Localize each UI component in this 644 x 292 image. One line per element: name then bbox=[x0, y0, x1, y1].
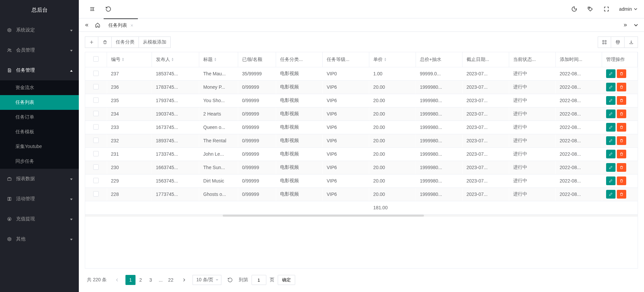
row-checkbox[interactable] bbox=[93, 111, 99, 116]
row-checkbox[interactable] bbox=[93, 71, 99, 76]
pager-next[interactable] bbox=[179, 275, 189, 285]
task-category-button[interactable]: 任务分类 bbox=[112, 36, 139, 48]
delete-row-button[interactable] bbox=[617, 83, 626, 91]
edit-button[interactable] bbox=[606, 83, 615, 91]
cell: 233 bbox=[107, 121, 152, 134]
row-checkbox[interactable] bbox=[93, 124, 99, 130]
pager-page[interactable]: 1 bbox=[125, 275, 136, 285]
sidebar-item[interactable]: 活动管理▾ bbox=[0, 189, 79, 209]
delete-button[interactable] bbox=[98, 36, 112, 48]
add-from-template-button[interactable]: 从模板添加 bbox=[139, 36, 171, 48]
refresh-icon[interactable] bbox=[105, 6, 112, 12]
sidebar-item[interactable]: 任务管理▴ bbox=[0, 60, 79, 80]
user-menu[interactable]: admin bbox=[619, 6, 637, 12]
delete-row-button[interactable] bbox=[617, 96, 626, 105]
chevron-down-icon: ▾ bbox=[70, 49, 73, 52]
delete-row-button[interactable] bbox=[617, 150, 626, 158]
row-checkbox[interactable] bbox=[93, 151, 99, 156]
collapse-sidebar-icon[interactable] bbox=[89, 6, 96, 12]
columns-button[interactable] bbox=[598, 36, 611, 48]
delete-row-button[interactable] bbox=[617, 69, 626, 78]
pager-prev[interactable] bbox=[112, 275, 122, 285]
row-checkbox[interactable] bbox=[93, 84, 99, 89]
goto-confirm-button[interactable]: 确定 bbox=[278, 275, 295, 285]
pager-page[interactable]: 2 bbox=[136, 275, 146, 285]
pagination: 共 220 条 123...22 10 条/页 到第 页 确定 bbox=[85, 271, 638, 289]
add-button[interactable] bbox=[85, 36, 98, 48]
row-checkbox[interactable] bbox=[93, 191, 99, 197]
cell: 2022-08... bbox=[555, 161, 602, 174]
fullscreen-icon[interactable] bbox=[603, 6, 610, 12]
pager-page[interactable]: 3 bbox=[146, 275, 156, 285]
edit-button[interactable] bbox=[606, 96, 615, 105]
column-header[interactable] bbox=[85, 52, 107, 67]
column-header: 当前状态... bbox=[509, 52, 555, 67]
pager-page[interactable]: 22 bbox=[166, 275, 176, 285]
cell: 1999980... bbox=[416, 107, 462, 121]
sort-icon[interactable]: ▲▼ bbox=[214, 58, 217, 62]
table-row: 2351793745...You Sho...0/99999电影视频VIP620… bbox=[85, 94, 638, 107]
edit-button[interactable] bbox=[606, 176, 615, 185]
tabs-right-icon[interactable] bbox=[621, 20, 630, 30]
cell: 电影视频 bbox=[276, 134, 323, 147]
goto-input[interactable] bbox=[252, 275, 266, 285]
sidebar-subitem[interactable]: 任务模板 bbox=[0, 125, 79, 139]
tab-task-list[interactable]: 任务列表 × bbox=[104, 18, 138, 32]
cell: 1663745... bbox=[152, 161, 199, 174]
delete-row-button[interactable] bbox=[617, 110, 626, 118]
edit-button[interactable] bbox=[606, 190, 615, 199]
tabs-left-icon[interactable] bbox=[82, 20, 92, 30]
pager-refresh-icon[interactable] bbox=[227, 277, 233, 283]
edit-button[interactable] bbox=[606, 163, 615, 172]
delete-row-button[interactable] bbox=[617, 190, 626, 199]
sidebar-subitem[interactable]: 资金流水 bbox=[0, 80, 79, 95]
close-icon[interactable]: × bbox=[130, 23, 133, 28]
home-tab-icon[interactable] bbox=[93, 20, 102, 30]
tab-label: 任务列表 bbox=[108, 22, 127, 28]
row-checkbox[interactable] bbox=[93, 178, 99, 183]
cell: 1999980... bbox=[416, 147, 462, 161]
sidebar-item[interactable]: 会员管理▾ bbox=[0, 40, 79, 60]
row-checkbox[interactable] bbox=[93, 164, 99, 170]
sort-icon[interactable]: ▲▼ bbox=[171, 58, 174, 62]
sidebar-item[interactable]: 充值提现▾ bbox=[0, 209, 79, 229]
column-header[interactable]: 单价▲▼ bbox=[369, 52, 416, 67]
edit-button[interactable] bbox=[606, 136, 615, 145]
edit-button[interactable] bbox=[606, 110, 615, 118]
table-row: 2341903745...2 Hearts0/99999电影视频VIP620.0… bbox=[85, 107, 638, 121]
sidebar-item[interactable]: 系统设定▾ bbox=[0, 20, 79, 40]
delete-row-button[interactable] bbox=[617, 136, 626, 145]
tag-icon[interactable] bbox=[587, 6, 594, 12]
sidebar-subitem[interactable]: 任务订单 bbox=[0, 110, 79, 125]
sidebar-item[interactable]: 其他▾ bbox=[0, 229, 79, 249]
row-checkbox[interactable] bbox=[93, 97, 99, 103]
sidebar-subitem[interactable]: 任务列表 bbox=[0, 95, 79, 110]
print-button[interactable] bbox=[611, 36, 625, 48]
sidebar-item-label: 会员管理 bbox=[16, 47, 35, 53]
tabs-menu-icon[interactable] bbox=[631, 20, 641, 30]
column-header[interactable]: 发布人▲▼ bbox=[152, 52, 199, 67]
sort-icon[interactable]: ▲▼ bbox=[122, 58, 124, 62]
sort-icon[interactable]: ▲▼ bbox=[384, 58, 387, 62]
delete-row-button[interactable] bbox=[617, 163, 626, 172]
chevron-down-icon: ▾ bbox=[70, 28, 73, 32]
cell: 35/99999 bbox=[238, 67, 276, 80]
cell: 进行中 bbox=[509, 134, 555, 147]
edit-button[interactable] bbox=[606, 150, 615, 158]
row-checkbox[interactable] bbox=[93, 138, 99, 143]
edit-button[interactable] bbox=[606, 123, 615, 132]
cell: Money P... bbox=[199, 80, 238, 94]
export-button[interactable] bbox=[625, 36, 638, 48]
sidebar-subitem[interactable]: 采集Youtube bbox=[0, 139, 79, 154]
delete-row-button[interactable] bbox=[617, 176, 626, 185]
delete-row-button[interactable] bbox=[617, 123, 626, 132]
edit-button[interactable] bbox=[606, 69, 615, 78]
select-all-checkbox[interactable] bbox=[93, 56, 99, 62]
sidebar-item[interactable]: 报表数据▾ bbox=[0, 169, 79, 189]
column-header[interactable]: 编号▲▼ bbox=[107, 52, 152, 67]
sidebar-subitem[interactable]: 同步任务 bbox=[0, 154, 79, 169]
column-header[interactable]: 标题▲▼ bbox=[199, 52, 238, 67]
horizontal-scrollbar[interactable] bbox=[85, 215, 638, 217]
theme-icon[interactable] bbox=[571, 6, 578, 12]
page-size-select[interactable]: 10 条/页 bbox=[193, 275, 221, 285]
